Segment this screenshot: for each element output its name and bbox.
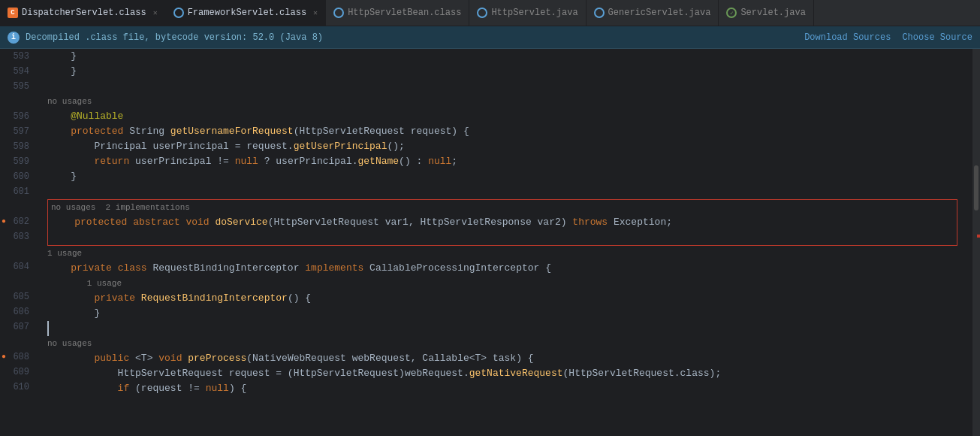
line-meta-1 — [0, 94, 35, 109]
tab-servlet[interactable]: ✓ Servlet.java — [719, 0, 813, 26]
code-line-602: protected abstract void doService(HttpSe… — [48, 215, 957, 230]
line-610: 610 — [0, 380, 35, 395]
tab-icon-httpservlet — [477, 8, 487, 18]
line-599: 599 — [0, 154, 35, 169]
info-bar: i Decompiled .class file, bytecode versi… — [0, 26, 980, 49]
tab-frameworkservlet[interactable]: FrameworkServlet.class ✕ — [166, 0, 326, 26]
code-line-598: Principal userPrincipal = request.getUse… — [47, 139, 972, 154]
info-text: Decompiled .class file, bytecode version… — [26, 32, 323, 43]
tab-label-httpservlet: HttpServlet.java — [491, 8, 577, 18]
tab-icon-servlet: ✓ — [726, 8, 737, 18]
line-602: ● 602 — [0, 214, 35, 229]
code-line-593: } — [47, 49, 972, 64]
line-609: 609 — [0, 365, 35, 380]
tab-label-dispatcher: DispatcherServlet.class — [22, 8, 146, 18]
line-meta-5 — [0, 335, 35, 350]
gutter-icon-602: ● — [2, 214, 6, 229]
line-596: 596 — [0, 109, 35, 124]
error-indicator — [977, 235, 980, 238]
info-bar-left: i Decompiled .class file, bytecode versi… — [8, 32, 323, 44]
tab-close-dispatcher[interactable]: ✕ — [153, 8, 158, 17]
line-603: 603 — [0, 229, 35, 244]
code-line-597: protected String getUsernameForRequest(H… — [47, 124, 972, 139]
line-607: 607 — [0, 319, 35, 335]
line-597: 597 — [0, 124, 35, 139]
code-line-595 — [47, 79, 972, 94]
code-line-608: public <T> void preProcess(NativeWebRequ… — [47, 351, 972, 366]
code-line-605: private RequestBindingInterceptor() { — [47, 291, 972, 306]
scrollbar-thumb[interactable] — [974, 165, 978, 210]
tab-label-genericservlet: GenericServlet.java — [608, 8, 711, 18]
tab-close-framework[interactable]: ✕ — [313, 8, 318, 17]
red-outline-block: no usages 2 implementations protected ab… — [47, 199, 957, 246]
line-593: 593 — [0, 49, 35, 64]
code-line-604: private class RequestBindingInterceptor … — [47, 261, 972, 276]
line-meta-3 — [0, 244, 35, 259]
info-icon: i — [8, 32, 20, 44]
download-sources-link[interactable]: Download Sources — [804, 32, 891, 43]
tab-icon-framework — [173, 8, 184, 18]
tab-httpservletbean[interactable]: HttpServletBean.class — [326, 0, 469, 26]
code-line-594: } — [47, 64, 972, 79]
tab-genericservlet[interactable]: GenericServlet.java — [586, 0, 719, 26]
tab-dispatcherservlet[interactable]: C DispatcherServlet.class ✕ — [0, 0, 166, 26]
line-meta-4 — [0, 274, 35, 289]
scrollbar[interactable] — [972, 49, 980, 436]
code-line-meta-nousages2: no usages — [47, 336, 972, 351]
info-bar-right: Download Sources Choose Source — [804, 32, 972, 43]
code-line-meta-usage1: 1 usage — [47, 246, 972, 261]
code-line-meta-usage2: 1 usage — [47, 276, 972, 291]
tab-icon-genericservlet — [594, 8, 605, 18]
code-line-601 — [47, 184, 972, 199]
tab-label-framework: FrameworkServlet.class — [188, 8, 306, 18]
code-line-610: if (request != null) { — [47, 381, 972, 396]
line-606: 606 — [0, 304, 35, 319]
gutter-icon-608: ● — [2, 350, 6, 365]
tab-label-servlet: Servlet.java — [740, 8, 805, 18]
code-line-596: @Nullable — [47, 109, 972, 124]
choose-source-link[interactable]: Choose Source — [902, 32, 972, 43]
line-608: ● 608 — [0, 350, 35, 365]
tab-httpservlet[interactable]: HttpServlet.java — [469, 0, 586, 26]
code-content: } } no usages @Nullable protected String… — [41, 49, 972, 436]
code-line-609: HttpServletRequest request = (HttpServle… — [47, 366, 972, 381]
code-line-meta-nousages1: no usages — [47, 94, 972, 109]
line-595: 595 — [0, 79, 35, 94]
code-line-606: } — [47, 306, 972, 321]
line-605: 605 — [0, 289, 35, 304]
tab-bar: C DispatcherServlet.class ✕ FrameworkSer… — [0, 0, 980, 26]
line-594: 594 — [0, 64, 35, 79]
editor-area: 593 594 595 596 597 598 599 600 601 ● 60… — [0, 49, 980, 436]
line-601: 601 — [0, 184, 35, 199]
line-604: 604 — [0, 259, 35, 274]
line-600: 600 — [0, 169, 35, 184]
line-numbers: 593 594 595 596 597 598 599 600 601 ● 60… — [0, 49, 41, 436]
tab-icon-httpservletbean — [333, 8, 344, 18]
line-598: 598 — [0, 139, 35, 154]
code-line-599: return userPrincipal != null ? userPrinc… — [47, 154, 972, 169]
tab-icon-dispatcher: C — [8, 8, 18, 18]
tab-label-httpservletbean: HttpServletBean.class — [348, 8, 461, 18]
code-line-600: } — [47, 169, 972, 184]
line-meta-2 — [0, 199, 35, 214]
code-line-603 — [48, 230, 957, 245]
code-line-607 — [47, 321, 972, 336]
code-line-meta-impl: no usages 2 implementations — [48, 200, 957, 215]
